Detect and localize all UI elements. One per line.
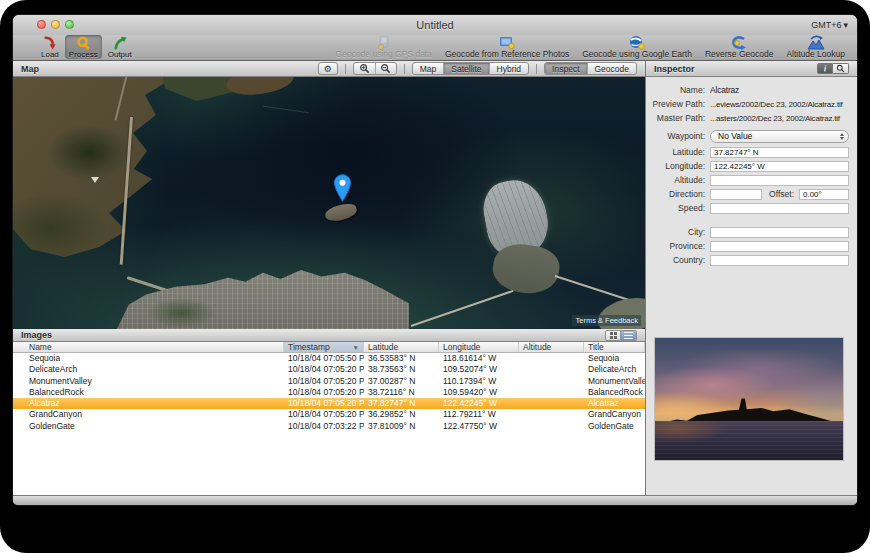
grid-view-button[interactable] — [605, 330, 621, 341]
table-header: Name Timestamp ▼ Latitude Longitude Alti… — [13, 342, 645, 353]
cell-name: GoldenGate — [13, 421, 284, 432]
column-header-longitude[interactable]: Longitude — [439, 342, 519, 352]
column-header-latitude[interactable]: Latitude — [364, 342, 439, 352]
latitude-field[interactable]: 37.82747° N — [710, 147, 849, 158]
column-header-title[interactable]: Title — [584, 342, 645, 352]
geocode-google-earth-button[interactable]: Geocode using Google Earth — [582, 35, 692, 59]
angel-island-landmass — [225, 77, 296, 99]
mode-inspect[interactable]: Inspect — [545, 63, 586, 74]
cell-altitude — [519, 398, 584, 409]
cell-timestamp: 10/18/04 07:03:22 PM — [284, 421, 364, 432]
reverse-geocode-button[interactable]: Reverse Geocode — [705, 35, 774, 59]
minimize-button[interactable] — [51, 20, 60, 29]
boat-wake — [263, 106, 309, 113]
chevron-down-icon: ▾ — [843, 15, 848, 35]
inspector-info-tab[interactable]: i — [817, 63, 833, 74]
waypoint-dropdown[interactable]: No Value — [710, 130, 849, 143]
cell-latitude: 37.81009° N — [364, 421, 439, 432]
timezone-menu[interactable]: GMT+6 ▾ — [811, 15, 848, 35]
cell-longitude: 122.42245° W — [439, 398, 519, 409]
column-header-timestamp[interactable]: Timestamp ▼ — [284, 342, 364, 352]
geocode-reference-photos-button[interactable]: Geocode from Reference Photos — [445, 35, 569, 59]
images-panel-header: Images — [13, 329, 645, 342]
list-view-button[interactable] — [621, 330, 637, 341]
table-row[interactable]: Sequoia 10/18/04 07:05:50 PM 36.53583° N… — [13, 353, 645, 364]
city-field[interactable] — [710, 227, 849, 238]
longitude-label: Longitude: — [646, 161, 710, 171]
column-header-name[interactable]: Name — [13, 342, 284, 352]
map-settings-button[interactable]: ⚙ — [318, 62, 338, 75]
globe-icon — [628, 35, 646, 50]
zoom-out-button[interactable] — [375, 63, 396, 74]
altitude-lookup-button[interactable]: Altitude Lookup — [786, 35, 845, 59]
map-panel-header: Map ⚙ — [13, 61, 645, 77]
province-field[interactable] — [710, 241, 849, 252]
images-panel-title: Images — [21, 330, 52, 340]
map-type-hybrid[interactable]: Hybrid — [489, 63, 529, 74]
cell-latitude: 37.82747° N — [364, 398, 439, 409]
speed-field[interactable] — [710, 203, 849, 214]
column-header-altitude[interactable]: Altitude — [519, 342, 584, 352]
table-row[interactable]: MonumentValley 10/18/04 07:05:20 PM 37.0… — [13, 376, 645, 387]
inspector-panel: Inspector i — [645, 61, 857, 495]
mode-segmented-control: Inspect Geocode — [544, 62, 637, 75]
zoom-in-button[interactable] — [354, 63, 375, 74]
cell-timestamp: 10/18/04 07:05:20 PM — [284, 398, 364, 409]
map-attribution-link[interactable]: Terms & Feedback — [572, 315, 641, 326]
offset-field[interactable]: 0.00° — [799, 189, 849, 200]
table-row[interactable]: BalancedRock 10/18/04 07:05:20 PM 38.721… — [13, 387, 645, 398]
cell-altitude — [519, 364, 584, 375]
gear-icon: ⚙ — [324, 64, 332, 74]
direction-field[interactable] — [710, 189, 762, 200]
cell-title: GrandCanyon — [584, 409, 645, 420]
map-canvas[interactable]: Terms & Feedback — [13, 77, 645, 329]
output-button[interactable]: Output — [104, 35, 136, 59]
cell-title: Sequoia — [584, 353, 645, 364]
map-type-satellite[interactable]: Satellite — [443, 63, 488, 74]
name-value: Alcatraz — [710, 85, 739, 95]
geocode-gps-button[interactable]: Geocode using GPS data — [336, 35, 432, 59]
cell-name: DelicateArch — [13, 364, 284, 375]
info-icon: i — [824, 64, 827, 73]
altitude-field[interactable] — [710, 175, 849, 186]
cell-name: GrandCanyon — [13, 409, 284, 420]
separator — [404, 64, 405, 74]
process-button[interactable]: Process — [65, 35, 102, 59]
san-francisco-city — [117, 265, 409, 329]
photo-thumbnail — [654, 337, 844, 461]
sort-descending-icon: ▼ — [353, 342, 359, 352]
zoom-window-button[interactable] — [65, 20, 74, 29]
table-row[interactable]: GoldenGate 10/18/04 07:03:22 PM 37.81009… — [13, 421, 645, 432]
cell-title: DelicateArch — [584, 364, 645, 375]
separator — [345, 64, 346, 74]
inspector-search-tab[interactable] — [833, 63, 849, 74]
cell-longitude: 112.79211° W — [439, 409, 519, 420]
zoom-out-icon — [380, 63, 391, 74]
map-type-map[interactable]: Map — [413, 63, 444, 74]
table-row[interactable]: Alcatraz 10/18/04 07:05:20 PM 37.82747° … — [13, 398, 645, 409]
close-button[interactable] — [37, 20, 46, 29]
cell-latitude: 38.73563° N — [364, 364, 439, 375]
poi-marker-icon — [91, 177, 99, 183]
window-title: Untitled — [13, 15, 857, 35]
table-row[interactable]: DelicateArch 10/18/04 07:05:20 PM 38.735… — [13, 364, 645, 375]
cell-longitude: 118.61614° W — [439, 353, 519, 364]
load-button[interactable]: Load — [37, 35, 63, 59]
master-path-label: Master Path: — [646, 113, 710, 123]
cell-name: BalancedRock — [13, 387, 284, 398]
map-pin-icon[interactable] — [333, 173, 352, 203]
cell-timestamp: 10/18/04 07:05:20 PM — [284, 376, 364, 387]
cell-latitude: 36.29852° N — [364, 409, 439, 420]
cell-name: Alcatraz — [13, 398, 284, 409]
cell-altitude — [519, 387, 584, 398]
latitude-label: Latitude: — [646, 147, 710, 157]
process-icon — [75, 36, 91, 50]
table-row[interactable]: GrandCanyon 10/18/04 07:05:20 PM 36.2985… — [13, 409, 645, 420]
load-arrow-icon — [42, 36, 58, 50]
country-field[interactable] — [710, 255, 849, 266]
province-label: Province: — [646, 241, 710, 251]
cell-altitude — [519, 353, 584, 364]
longitude-field[interactable]: 122.42245° W — [710, 161, 849, 172]
separator — [536, 64, 537, 74]
mode-geocode[interactable]: Geocode — [587, 63, 637, 74]
